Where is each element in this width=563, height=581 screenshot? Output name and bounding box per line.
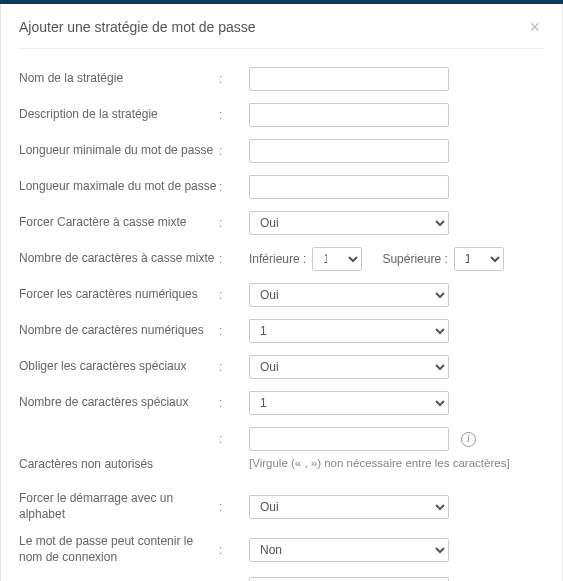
row-force-special: Obliger les caractères spéciaux : Oui — [19, 349, 544, 385]
uppercase-count-select[interactable]: 1 — [454, 247, 504, 271]
colon: : — [219, 288, 249, 302]
modal-title: Ajouter une stratégie de mot de passe — [19, 19, 256, 35]
policy-desc-input[interactable] — [249, 103, 449, 127]
force-mixed-select[interactable]: Oui — [249, 211, 449, 235]
label-mixed-count: Nombre de caractères à casse mixte — [19, 251, 219, 267]
row-max-age: Durée maximale du mot de passe : jours i — [19, 571, 544, 581]
label-force-mixed: Forcer Caractère à casse mixte — [19, 215, 219, 231]
row-special-count: Nombre de caractères spéciaux : 1 — [19, 385, 544, 421]
label-min-length: Longueur minimale du mot de passe — [19, 143, 219, 159]
info-icon[interactable]: i — [461, 432, 476, 447]
row-numeric-count: Nombre de caractères numériques : 1 — [19, 313, 544, 349]
colon: : — [219, 72, 249, 86]
colon: : — [219, 252, 249, 266]
max-age-input[interactable] — [249, 577, 449, 581]
row-mixed-count: Nombre de caractères à casse mixte : Inf… — [19, 241, 544, 277]
special-count-select[interactable]: 1 — [249, 391, 449, 415]
modal-header: Ajouter une stratégie de mot de passe × — [19, 4, 544, 49]
force-numeric-select[interactable]: Oui — [249, 283, 449, 307]
lowercase-count-select[interactable]: 1 — [312, 247, 362, 271]
label-policy-name: Nom de la stratégie — [19, 71, 219, 87]
min-length-input[interactable] — [249, 139, 449, 163]
colon: : — [219, 543, 249, 557]
colon: : — [219, 396, 249, 410]
row-disallowed-label: Caractères non autorisés [Virgule (« , »… — [19, 457, 544, 485]
label-force-special: Obliger les caractères spéciaux — [19, 359, 219, 375]
label-contain-login: Le mot de passe peut contenir le nom de … — [19, 534, 219, 565]
label-start-alpha: Forcer le démarrage avec un alphabet — [19, 491, 219, 522]
label-max-length: Longueur maximale du mot de passe — [19, 179, 219, 195]
row-force-numeric: Forcer les caractères numériques : Oui — [19, 277, 544, 313]
policy-name-input[interactable] — [249, 67, 449, 91]
colon: : — [219, 324, 249, 338]
max-length-input[interactable] — [249, 175, 449, 199]
force-special-select[interactable]: Oui — [249, 355, 449, 379]
add-password-policy-modal: Ajouter une stratégie de mot de passe × … — [0, 4, 563, 581]
colon: : — [219, 144, 249, 158]
start-alpha-select[interactable]: Oui — [249, 495, 449, 519]
colon: : — [219, 180, 249, 194]
colon: : — [219, 216, 249, 230]
colon: : — [219, 360, 249, 374]
colon: : — [219, 108, 249, 122]
label-policy-desc: Description de la stratégie — [19, 107, 219, 123]
label-force-numeric: Forcer les caractères numériques — [19, 287, 219, 303]
uppercase-count-label: Supérieure : — [382, 252, 447, 266]
label-disallowed: Caractères non autorisés — [19, 457, 219, 473]
numeric-count-select[interactable]: 1 — [249, 319, 449, 343]
row-policy-name: Nom de la stratégie : — [19, 61, 544, 97]
row-contain-login: Le mot de passe peut contenir le nom de … — [19, 528, 544, 571]
contain-login-select[interactable]: Non — [249, 538, 449, 562]
row-policy-desc: Description de la stratégie : — [19, 97, 544, 133]
row-max-length: Longueur maximale du mot de passe : — [19, 169, 544, 205]
close-icon[interactable]: × — [525, 18, 544, 36]
disallowed-chars-input[interactable] — [249, 427, 449, 451]
row-force-mixed: Forcer Caractère à casse mixte : Oui — [19, 205, 544, 241]
row-disallowed-input: : i — [19, 421, 544, 457]
row-start-alpha: Forcer le démarrage avec un alphabet : O… — [19, 485, 544, 528]
colon: : — [219, 432, 249, 446]
row-min-length: Longueur minimale du mot de passe : — [19, 133, 544, 169]
colon: : — [219, 500, 249, 514]
disallowed-hint: [Virgule (« , ») non nécessaire entre le… — [249, 457, 510, 469]
lowercase-count-label: Inférieure : — [249, 252, 306, 266]
label-numeric-count: Nombre de caractères numériques — [19, 323, 219, 339]
label-special-count: Nombre de caractères spéciaux — [19, 395, 219, 411]
